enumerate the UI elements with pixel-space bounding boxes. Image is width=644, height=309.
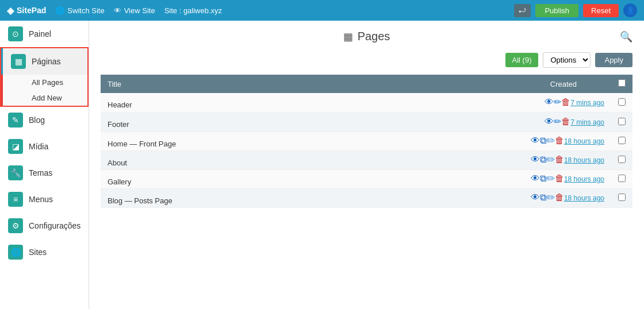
options-select[interactable]: Options — [543, 52, 591, 68]
row-title: Footer — [108, 120, 129, 129]
sidebar-label-configuracoes: Configurações — [29, 221, 80, 230]
copy-icon[interactable]: ⧉ — [540, 192, 546, 202]
delete-icon[interactable]: 🗑 — [561, 97, 570, 107]
main-content: ▦ Pages 🔍 All (9) Options Apply Title Cr… — [89, 21, 644, 309]
delete-icon[interactable]: 🗑 — [561, 117, 570, 126]
col-created: Created — [348, 75, 611, 93]
reset-button[interactable]: Reset — [583, 4, 619, 17]
copy-icon[interactable]: ⧉ — [540, 173, 546, 183]
view-icon[interactable]: 👁 — [545, 117, 554, 126]
col-title: Title — [101, 75, 348, 93]
search-button[interactable]: 🔍 — [620, 30, 632, 43]
select-all-checkbox[interactable] — [618, 79, 626, 87]
timestamp[interactable]: 7 mins ago — [570, 99, 604, 107]
submenu-all-pages[interactable]: All Pages — [3, 75, 87, 90]
all-pages-filter-button[interactable]: All (9) — [505, 53, 539, 67]
edit-icon[interactable]: ✏ — [554, 97, 561, 107]
row-checkbox-cell — [611, 93, 632, 113]
page-header: ▦ Pages 🔍 — [101, 30, 632, 43]
row-select-checkbox[interactable] — [618, 175, 626, 182]
view-icon[interactable]: 👁 — [545, 97, 554, 107]
midia-icon: ◪ — [8, 139, 23, 154]
timestamp[interactable]: 18 hours ago — [564, 194, 604, 202]
sidebar-item-painel[interactable]: ⊙ Painel — [0, 21, 89, 47]
brand-icon: ◈ — [7, 5, 14, 16]
brand-name: SitePad — [17, 6, 46, 15]
site-label: Site : galiweb.xyz — [164, 6, 222, 15]
table-row: Blog — Posts Page👁⧉✏🗑18 hours ago — [101, 189, 632, 208]
row-select-checkbox[interactable] — [618, 137, 626, 144]
row-select-checkbox[interactable] — [618, 118, 626, 125]
delete-icon[interactable]: 🗑 — [555, 173, 564, 183]
sidebar-item-menus[interactable]: ≡ Menus — [0, 186, 89, 213]
submenu-add-new[interactable]: Add New — [3, 90, 87, 106]
edit-icon[interactable]: ✏ — [554, 117, 561, 126]
avatar[interactable]: 👤 — [623, 3, 637, 17]
delete-icon[interactable]: 🗑 — [555, 192, 564, 202]
copy-icon[interactable]: ⧉ — [540, 154, 546, 164]
row-checkbox-cell — [611, 151, 632, 170]
row-actions: 👁✏🗑7 mins ago — [348, 113, 611, 132]
edit-icon[interactable]: ✏ — [546, 173, 555, 183]
sidebar-item-paginas[interactable]: ▦ Páginas — [1, 48, 87, 75]
row-title: Header — [108, 101, 132, 109]
timestamp[interactable]: 18 hours ago — [564, 156, 604, 164]
pages-table: Title Created Header👁✏🗑7 mins agoFooter👁… — [101, 75, 632, 208]
row-select-checkbox[interactable] — [618, 98, 626, 106]
sidebar-item-sites[interactable]: 🌐 Sites — [0, 239, 89, 265]
page-title: Pages — [358, 30, 390, 43]
sidebar-item-configuracoes[interactable]: ⚙ Configurações — [0, 213, 89, 239]
delete-icon[interactable]: 🗑 — [555, 136, 564, 145]
row-actions: 👁✏🗑7 mins ago — [348, 93, 611, 113]
publish-button[interactable]: Publish — [535, 4, 578, 17]
row-checkbox-cell — [611, 170, 632, 189]
paginas-submenu: All Pages Add New — [1, 75, 87, 106]
sidebar-item-temas[interactable]: 🔧 Temas — [0, 160, 89, 186]
table-row: Gallery👁⧉✏🗑18 hours ago — [101, 170, 632, 189]
edit-icon[interactable]: ✏ — [546, 192, 555, 202]
top-nav-right: ⮐ Publish Reset 👤 — [514, 3, 637, 17]
sidebar: ⊙ Painel ▦ Páginas All Pages Add New ✎ B… — [0, 21, 89, 309]
timestamp[interactable]: 18 hours ago — [564, 137, 604, 145]
blog-icon: ✎ — [8, 113, 23, 128]
row-checkbox-cell — [611, 113, 632, 132]
table-row: Footer👁✏🗑7 mins ago — [101, 113, 632, 132]
sidebar-item-blog[interactable]: ✎ Blog — [0, 107, 89, 133]
switch-site-button[interactable]: 🌐 Switch Site — [55, 6, 104, 15]
apply-button[interactable]: Apply — [595, 53, 632, 67]
row-title: Blog — Posts Page — [108, 196, 172, 205]
copy-icon[interactable]: ⧉ — [540, 136, 546, 145]
view-icon[interactable]: 👁 — [531, 192, 540, 202]
view-site-button[interactable]: 👁 View Site — [114, 6, 155, 15]
sites-icon: 🌐 — [8, 245, 23, 260]
sidebar-label-sites: Sites — [29, 248, 47, 257]
timestamp[interactable]: 18 hours ago — [564, 175, 604, 183]
row-actions: 👁⧉✏🗑18 hours ago — [348, 151, 611, 170]
row-title: Home — Front Page — [108, 140, 176, 148]
sidebar-label-temas: Temas — [29, 168, 52, 177]
config-icon: ⚙ — [8, 218, 23, 233]
row-select-checkbox[interactable] — [618, 156, 626, 163]
edit-icon[interactable]: ✏ — [546, 154, 555, 164]
row-actions: 👁⧉✏🗑18 hours ago — [348, 189, 611, 208]
row-select-checkbox[interactable] — [618, 194, 626, 201]
toolbar: All (9) Options Apply — [101, 52, 632, 68]
row-title: About — [108, 159, 127, 167]
view-icon[interactable]: 👁 — [531, 154, 540, 164]
pages-icon: ▦ — [343, 30, 353, 43]
menus-icon: ≡ — [8, 192, 23, 207]
table-header-row: Title Created — [101, 75, 632, 93]
brand-logo[interactable]: ◈ SitePad — [7, 5, 46, 16]
sidebar-item-midia[interactable]: ◪ Mídia — [0, 133, 89, 160]
switch-site-icon: 🌐 — [55, 6, 64, 15]
table-row: Header👁✏🗑7 mins ago — [101, 93, 632, 113]
edit-icon[interactable]: ✏ — [546, 136, 555, 145]
timestamp[interactable]: 7 mins ago — [570, 118, 604, 126]
top-navigation: ◈ SitePad 🌐 Switch Site 👁 View Site Site… — [0, 0, 644, 21]
view-icon[interactable]: 👁 — [531, 173, 540, 183]
view-icon[interactable]: 👁 — [531, 136, 540, 145]
history-button[interactable]: ⮐ — [514, 4, 531, 17]
delete-icon[interactable]: 🗑 — [555, 154, 564, 164]
view-site-icon: 👁 — [114, 6, 121, 15]
row-actions: 👁⧉✏🗑18 hours ago — [348, 170, 611, 189]
